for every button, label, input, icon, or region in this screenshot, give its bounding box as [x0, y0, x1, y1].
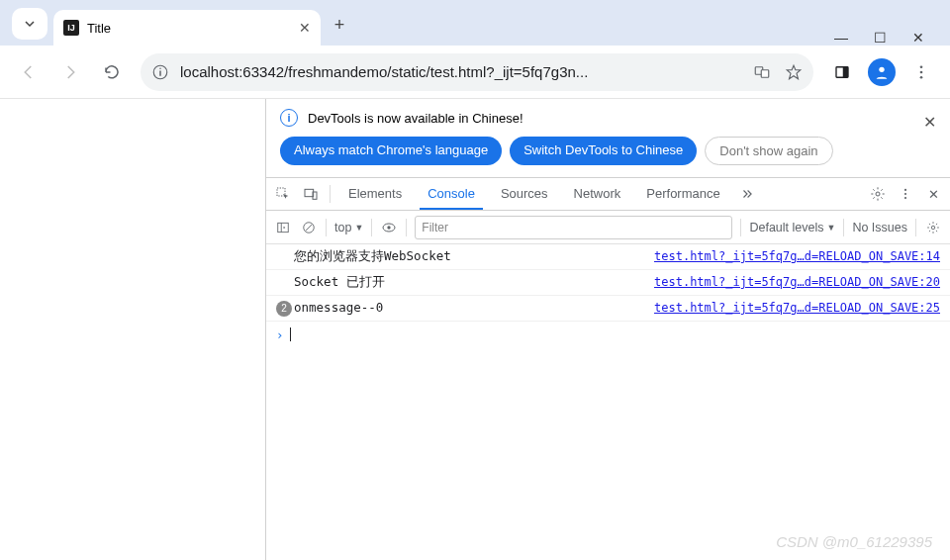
tab-search-button[interactable] [12, 8, 48, 40]
page-content [0, 99, 265, 560]
kebab-icon [912, 63, 930, 81]
site-info-icon[interactable] [148, 60, 172, 84]
chevron-down-icon: ▼ [354, 223, 363, 233]
log-levels-selector[interactable]: Default levels ▼ [749, 221, 835, 234]
tab-performance[interactable]: Performance [638, 178, 727, 210]
tab-elements[interactable]: Elements [340, 178, 410, 210]
chevron-right-icon: › [276, 327, 284, 342]
console-sidebar-toggle[interactable] [274, 219, 292, 236]
dont-show-again-button[interactable]: Don't show again [705, 137, 832, 165]
info-icon: i [280, 109, 298, 127]
cursor [290, 327, 291, 341]
filter-input[interactable]: Filter [415, 216, 732, 239]
tab-title: Title [87, 21, 291, 36]
panel-icon [833, 63, 851, 81]
svg-point-15 [904, 189, 906, 191]
chevron-down-icon [24, 18, 36, 30]
switch-language-button[interactable]: Switch DevTools to Chinese [510, 137, 697, 165]
browser-tab-strip: IJ Title ✕ + — ☐ ✕ [0, 0, 950, 46]
bookmark-star-icon[interactable] [782, 60, 806, 84]
svg-point-10 [920, 75, 923, 78]
clear-console-button[interactable] [300, 219, 318, 236]
console-output: 您的浏览器支持WebSocket test.html?_ijt=5fq7g…d=… [266, 244, 950, 560]
repeat-count-badge: 2 [276, 301, 292, 317]
banner-message: DevTools is now available in Chinese! [308, 111, 523, 126]
console-message: Socket 已打开 test.html?_ijt=5fq7g…d=RELOAD… [266, 270, 950, 296]
arrow-left-icon [20, 63, 38, 81]
tab-console[interactable]: Console [420, 178, 483, 210]
language-banner: i DevTools is now available in Chinese! … [266, 99, 950, 177]
svg-point-24 [931, 226, 935, 230]
favicon-icon: IJ [63, 20, 79, 36]
console-message: 您的浏览器支持WebSocket test.html?_ijt=5fq7g…d=… [266, 244, 950, 270]
tab-network[interactable]: Network [566, 178, 629, 210]
address-bar[interactable]: localhost:63342/freshmandemo/static/test… [141, 53, 813, 91]
always-match-button[interactable]: Always match Chrome's language [280, 137, 502, 165]
console-settings-button[interactable] [924, 219, 942, 236]
device-toolbar-button[interactable] [302, 185, 320, 203]
console-message: 2 onmessage--0 test.html?_ijt=5fq7g…d=RE… [266, 296, 950, 322]
console-prompt[interactable]: › [266, 322, 950, 348]
forward-button[interactable] [51, 53, 89, 91]
svg-point-16 [904, 193, 906, 195]
more-tabs-button[interactable] [738, 185, 756, 203]
svg-rect-18 [278, 223, 289, 232]
source-link[interactable]: test.html?_ijt=5fq7g…d=RELOAD_ON_SAVE:20 [654, 275, 940, 289]
new-tab-button[interactable]: + [325, 10, 354, 40]
svg-rect-6 [843, 66, 848, 77]
reload-icon [103, 63, 121, 81]
back-button[interactable] [10, 53, 48, 91]
window-close-button[interactable]: ✕ [912, 30, 924, 46]
window-maximize-button[interactable]: ☐ [874, 30, 887, 46]
browser-tab[interactable]: IJ Title ✕ [53, 10, 321, 46]
context-selector[interactable]: top ▼ [334, 221, 363, 234]
svg-point-7 [879, 66, 884, 71]
devtools-menu-button[interactable] [897, 185, 914, 203]
profile-button[interactable] [865, 55, 899, 89]
reload-button[interactable] [93, 53, 131, 91]
url-text: localhost:63342/freshmandemo/static/test… [180, 63, 742, 80]
svg-point-23 [388, 226, 391, 229]
tab-close-button[interactable]: ✕ [299, 20, 311, 36]
console-toolbar: top ▼ Filter Default levels ▼ No Issues [266, 211, 950, 244]
side-panel-button[interactable] [823, 53, 861, 91]
svg-point-9 [920, 70, 923, 73]
source-link[interactable]: test.html?_ijt=5fq7g…d=RELOAD_ON_SAVE:25 [654, 301, 940, 315]
devtools-panel: i DevTools is now available in Chinese! … [265, 99, 950, 560]
inspect-element-button[interactable] [274, 185, 292, 203]
svg-rect-12 [305, 189, 314, 196]
banner-close-button[interactable]: ✕ [923, 113, 936, 132]
svg-rect-4 [761, 69, 769, 77]
window-minimize-button[interactable]: — [834, 30, 848, 46]
chevron-down-icon: ▼ [826, 223, 835, 233]
watermark: CSDN @m0_61229395 [776, 533, 932, 550]
live-expression-button[interactable] [380, 219, 398, 236]
svg-point-8 [920, 65, 923, 68]
svg-point-2 [159, 67, 161, 69]
issues-link[interactable]: No Issues [852, 221, 907, 234]
menu-button[interactable] [902, 53, 940, 91]
settings-button[interactable] [869, 185, 887, 203]
devtools-close-button[interactable]: ✕ [924, 185, 942, 203]
browser-toolbar: localhost:63342/freshmandemo/static/test… [0, 46, 950, 99]
arrow-right-icon [61, 63, 79, 81]
source-link[interactable]: test.html?_ijt=5fq7g…d=RELOAD_ON_SAVE:14 [654, 249, 940, 263]
svg-point-17 [904, 197, 906, 199]
tab-sources[interactable]: Sources [493, 178, 556, 210]
translate-icon[interactable] [750, 60, 774, 84]
devtools-tab-bar: Elements Console Sources Network Perform… [266, 177, 950, 211]
avatar-icon [868, 58, 896, 86]
svg-point-14 [876, 192, 880, 196]
svg-line-21 [306, 224, 313, 231]
